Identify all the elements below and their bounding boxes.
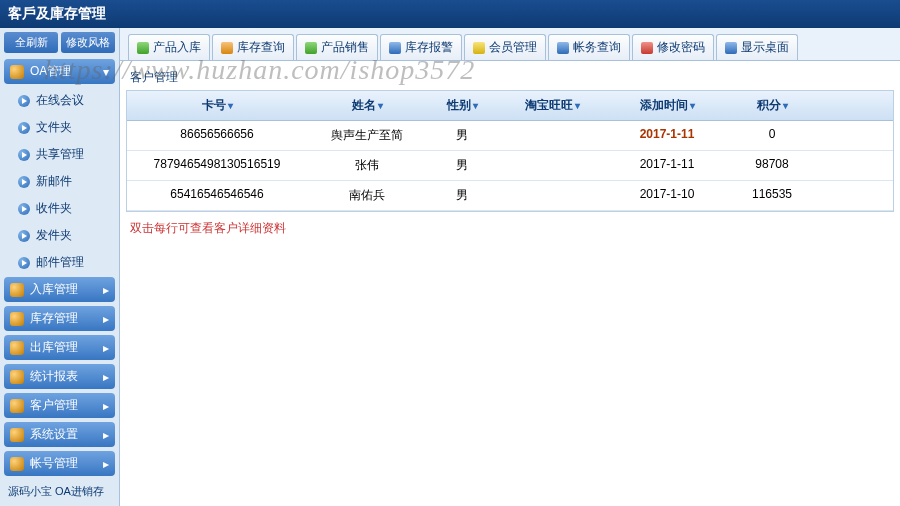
- app-header: 客戶及庫存管理: [0, 0, 900, 28]
- col-wangwang[interactable]: 淘宝旺旺▾: [497, 91, 607, 120]
- cell-name: 舆声生产至简: [307, 121, 427, 150]
- cell-card: 86656566656: [127, 121, 307, 150]
- sort-icon: ▾: [378, 100, 383, 111]
- sort-icon: ▾: [783, 100, 788, 111]
- sidebar-group-customer[interactable]: 客户管理▸: [4, 393, 115, 418]
- sidebar-item-mailmgr[interactable]: 邮件管理: [4, 250, 115, 275]
- sidebar-group-report[interactable]: 统计报表▸: [4, 364, 115, 389]
- sidebar-footer: 源码小宝 OA进销存: [4, 480, 115, 503]
- chart-icon: [10, 370, 24, 384]
- play-icon: [18, 176, 30, 188]
- box-icon: [10, 283, 24, 297]
- col-actions: [817, 91, 893, 120]
- play-icon: [18, 203, 30, 215]
- sidebar-group-label: OA管理: [30, 63, 71, 80]
- main-panel: 产品入库 库存查询 产品销售 库存报警 会员管理 帐务查询 修改密码 显示桌面 …: [120, 28, 900, 506]
- cell-points: 116535: [727, 181, 817, 210]
- play-icon: [18, 95, 30, 107]
- key-icon: [10, 457, 24, 471]
- sidebar-group-account[interactable]: 帐号管理▸: [4, 451, 115, 476]
- app-title: 客戶及庫存管理: [8, 5, 106, 23]
- chevron-right-icon: ▸: [103, 312, 109, 326]
- page-title: 客户管理: [120, 61, 900, 90]
- cell-actions: [817, 181, 893, 210]
- sidebar-item-share[interactable]: 共享管理: [4, 142, 115, 167]
- chevron-right-icon: ▸: [103, 457, 109, 471]
- col-points[interactable]: 积分▾: [727, 91, 817, 120]
- tabbar: 产品入库 库存查询 产品销售 库存报警 会员管理 帐务查询 修改密码 显示桌面: [120, 28, 900, 61]
- cell-wangwang: [497, 121, 607, 150]
- cell-wangwang: [497, 181, 607, 210]
- cell-points: 98708: [727, 151, 817, 180]
- customer-table: 卡号▾ 姓名▾ 性别▾ 淘宝旺旺▾ 添加时间▾ 积分▾ 86656566656舆…: [126, 90, 894, 212]
- table-row[interactable]: 787946549813051651​9张伟男2017-1-1198708: [127, 151, 893, 181]
- play-icon: [18, 149, 30, 161]
- home-icon: [10, 65, 24, 79]
- cell-card: 787946549813051651​9: [127, 151, 307, 180]
- cell-card: 65416546546546: [127, 181, 307, 210]
- table-hint: 双击每行可查看客户详细资料: [120, 212, 900, 245]
- arrow-in-icon: [137, 42, 149, 54]
- tab-desktop[interactable]: 显示桌面: [716, 34, 798, 60]
- refresh-all-button[interactable]: 全刷新: [4, 32, 58, 53]
- sidebar-item-outbox[interactable]: 发件夹: [4, 223, 115, 248]
- sidebar: 全刷新 修改风格 OA管理 ▾ 在线会议 文件夹 共享管理 新邮件 收件夹 发件…: [0, 28, 120, 506]
- tab-alarm[interactable]: 库存报警: [380, 34, 462, 60]
- sidebar-group-oa[interactable]: OA管理 ▾: [4, 59, 115, 84]
- sidebar-item-folder[interactable]: 文件夹: [4, 115, 115, 140]
- cell-date: 2017-1-11: [607, 121, 727, 150]
- table-row[interactable]: 86656566656舆声生产至简男2017-1-110: [127, 121, 893, 151]
- bell-icon: [389, 42, 401, 54]
- users-icon: [473, 42, 485, 54]
- cell-actions: [817, 121, 893, 150]
- book-icon: [557, 42, 569, 54]
- cell-wangwang: [497, 151, 607, 180]
- cell-sex: 男: [427, 151, 497, 180]
- user-icon: [10, 399, 24, 413]
- cell-actions: [817, 151, 893, 180]
- tab-accounts[interactable]: 帐务查询: [548, 34, 630, 60]
- search-icon: [221, 42, 233, 54]
- tab-password[interactable]: 修改密码: [632, 34, 714, 60]
- tab-sales[interactable]: 产品销售: [296, 34, 378, 60]
- box-icon: [10, 341, 24, 355]
- gear-icon: [10, 428, 24, 442]
- cell-date: 2017-1-10: [607, 181, 727, 210]
- tag-icon: [305, 42, 317, 54]
- sidebar-item-meeting[interactable]: 在线会议: [4, 88, 115, 113]
- sort-icon: ▾: [228, 100, 233, 111]
- sort-icon: ▾: [690, 100, 695, 111]
- sort-icon: ▾: [575, 100, 580, 111]
- cell-points: 0: [727, 121, 817, 150]
- chevron-right-icon: ▸: [103, 341, 109, 355]
- cell-date: 2017-1-11: [607, 151, 727, 180]
- change-style-button[interactable]: 修改风格: [61, 32, 115, 53]
- col-date[interactable]: 添加时间▾: [607, 91, 727, 120]
- table-row[interactable]: 65416546546546南佑兵男2017-1-10116535: [127, 181, 893, 211]
- col-name[interactable]: 姓名▾: [307, 91, 427, 120]
- box-icon: [10, 312, 24, 326]
- play-icon: [18, 257, 30, 269]
- col-sex[interactable]: 性别▾: [427, 91, 497, 120]
- lock-icon: [641, 42, 653, 54]
- chevron-right-icon: ▸: [103, 370, 109, 384]
- sidebar-group-stockout[interactable]: 出库管理▸: [4, 335, 115, 360]
- tab-member[interactable]: 会员管理: [464, 34, 546, 60]
- sidebar-group-inventory[interactable]: 库存管理▸: [4, 306, 115, 331]
- tab-stockquery[interactable]: 库存查询: [212, 34, 294, 60]
- sidebar-group-settings[interactable]: 系统设置▸: [4, 422, 115, 447]
- chevron-down-icon: ▾: [103, 65, 109, 79]
- monitor-icon: [725, 42, 737, 54]
- sidebar-item-newmail[interactable]: 新邮件: [4, 169, 115, 194]
- sidebar-group-stockin[interactable]: 入库管理▸: [4, 277, 115, 302]
- sidebar-item-inbox[interactable]: 收件夹: [4, 196, 115, 221]
- play-icon: [18, 230, 30, 242]
- chevron-right-icon: ▸: [103, 428, 109, 442]
- tab-stockin[interactable]: 产品入库: [128, 34, 210, 60]
- chevron-right-icon: ▸: [103, 283, 109, 297]
- col-card[interactable]: 卡号▾: [127, 91, 307, 120]
- sort-icon: ▾: [473, 100, 478, 111]
- cell-name: 南佑兵: [307, 181, 427, 210]
- cell-sex: 男: [427, 181, 497, 210]
- play-icon: [18, 122, 30, 134]
